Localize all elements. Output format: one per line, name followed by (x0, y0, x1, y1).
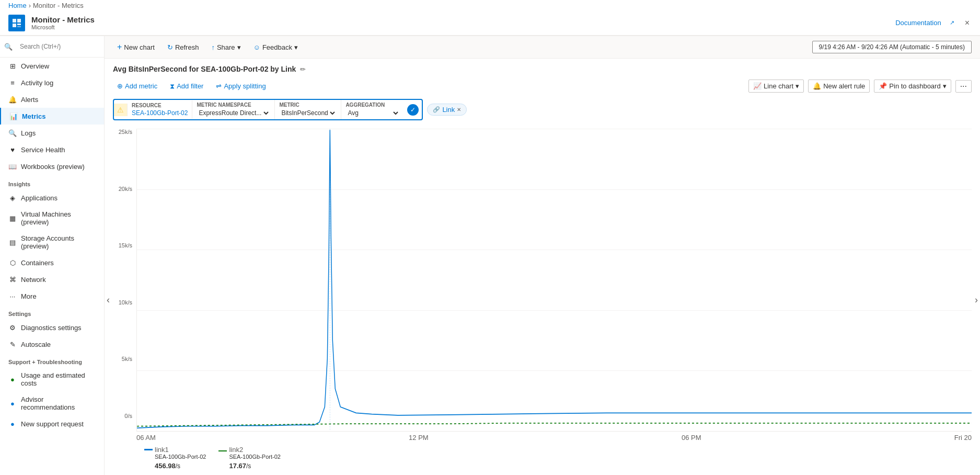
sidebar-item-activity-log[interactable]: ≡ Activity log (0, 74, 104, 91)
chart-svg (137, 129, 972, 431)
sidebar-item-more[interactable]: ··· More (0, 288, 104, 304)
close-button[interactable]: × (963, 16, 972, 30)
sidebar-item-virtual-machines[interactable]: ▦ Virtual Machines (preview) (0, 206, 104, 230)
chart-area: ‹ › 25k/s 20k/s 15k/s 10k/s 5k/s 0/s (105, 125, 980, 475)
list-icon: ≡ (8, 78, 17, 87)
chart-nav-right-button[interactable]: › (973, 292, 980, 308)
sidebar-item-diagnostics[interactable]: ⚙ Diagnostics settings (0, 319, 104, 336)
insights-section-label: Insights (0, 175, 104, 189)
sidebar-item-containers[interactable]: ⬡ Containers (0, 254, 104, 271)
metric-select[interactable]: BitsInPerSecond (279, 109, 337, 117)
sidebar-item-workbooks[interactable]: 📖 Workbooks (preview) (0, 158, 104, 175)
plus-icon: + (117, 42, 122, 52)
search-input[interactable] (16, 41, 102, 52)
share-chevron-icon: ▾ (237, 43, 241, 51)
warning-icon: ⚠ (117, 106, 124, 114)
refresh-button[interactable]: ↻ Refresh (163, 41, 203, 53)
chart-type-chevron: ▾ (795, 82, 799, 90)
chart-title-bar: Avg BitsInPerSecond for SEA-100Gb-Port-0… (105, 59, 980, 77)
share-icon: ↑ (211, 43, 215, 51)
resource-field: RESOURCE SEA-100Gb-Port-02 (128, 100, 192, 119)
legend-item-link2: link2 SEA-100Gb-Port-02 17.67/s (218, 446, 280, 471)
breadcrumb-sep: › (29, 2, 31, 9)
scale-icon: ✎ (8, 340, 17, 348)
more-options-button[interactable]: ··· (955, 80, 972, 93)
new-alert-button[interactable]: 🔔 New alert rule (808, 80, 870, 93)
chart-type-button[interactable]: 📈 Line chart ▾ (748, 80, 804, 93)
legend-color-link1 (144, 449, 153, 450)
metric-selector: ⚠ RESOURCE SEA-100Gb-Port-02 METRIC NAME… (113, 99, 423, 120)
feedback-chevron-icon: ▾ (294, 43, 298, 51)
split-icon: ⇌ (216, 82, 222, 90)
metric-selector-row: ⚠ RESOURCE SEA-100Gb-Port-02 METRIC NAME… (105, 97, 980, 125)
add-metric-button[interactable]: ⊕ Add metric (113, 80, 162, 92)
legend-resource-link1: SEA-100Gb-Port-02 (155, 454, 206, 460)
new-chart-button[interactable]: + New chart (113, 40, 159, 54)
circle-blue-icon: ● (8, 399, 17, 408)
search-icon: 🔍 (4, 43, 13, 51)
svg-rect-1 (17, 19, 21, 22)
y-label-15k: 15k/s (113, 242, 136, 248)
metric-confirm-button[interactable]: ✓ (407, 104, 419, 116)
sidebar-item-usage-costs[interactable]: ● Usage and estimated costs (0, 367, 104, 391)
link-tag-close[interactable]: ✕ (457, 107, 461, 112)
add-filter-button[interactable]: ⧗ Add filter (166, 80, 207, 93)
pin-chevron-icon: ▾ (943, 82, 947, 90)
sidebar-item-overview[interactable]: ⊞ Overview (0, 58, 104, 74)
feedback-button[interactable]: ☺ Feedback ▾ (249, 41, 302, 53)
plus-metric-icon: ⊕ (117, 82, 123, 90)
time-range-button[interactable]: 9/19 4:26 AM - 9/20 4:26 AM (Automatic -… (812, 41, 972, 53)
legend-color-link2 (218, 450, 227, 451)
share-button[interactable]: ↑ Share ▾ (207, 41, 245, 53)
pin-icon: 📌 (879, 82, 887, 90)
sidebar-item-network[interactable]: ⌘ Network (0, 271, 104, 288)
aggregation-field: AGGREGATION Avg (341, 100, 404, 119)
feedback-icon: ☺ (253, 43, 260, 51)
sidebar-item-advisor[interactable]: ● Advisor recommendations (0, 391, 104, 415)
edit-title-icon[interactable]: ✏ (300, 65, 306, 73)
sidebar-item-logs[interactable]: 🔍 Logs (0, 125, 104, 141)
svg-rect-0 (13, 19, 16, 22)
alert-bell-icon: 🔔 (813, 82, 821, 90)
aggregation-select[interactable]: Avg (345, 109, 400, 117)
sidebar-item-autoscale[interactable]: ✎ Autoscale (0, 336, 104, 353)
chart-icon: 📊 (9, 112, 18, 120)
sidebar-item-alerts[interactable]: 🔔 Alerts (0, 91, 104, 108)
apply-splitting-button[interactable]: ⇌ Apply splitting (212, 80, 270, 92)
legend-label-link2: link2 (229, 446, 243, 454)
circle-green-icon: ● (8, 375, 17, 383)
network-icon: ⌘ (8, 275, 17, 284)
diagnostics-icon: ⚙ (8, 323, 17, 332)
sidebar-item-applications[interactable]: ◈ Applications (0, 189, 104, 206)
book-icon: 📖 (8, 162, 17, 171)
vm-icon: ▦ (8, 214, 17, 222)
breadcrumb-current: Monitor - Metrics (33, 2, 84, 9)
sidebar: 🔍 « ⊞ Overview ≡ Activity log 🔔 Alerts 📊… (0, 36, 105, 475)
breadcrumb-home[interactable]: Home (8, 2, 27, 9)
documentation-link[interactable]: Documentation (895, 19, 941, 27)
support-icon: ● (8, 420, 17, 428)
x-label-06am: 06 AM (136, 434, 156, 442)
x-label-fri20: Fri 20 (954, 434, 972, 442)
warning-icon-container: ⚠ (114, 104, 128, 116)
chart-legend: link1 SEA-100Gb-Port-02 456.98/s link2 S… (113, 442, 972, 475)
app-subtitle: Microsoft (31, 24, 95, 30)
app-icon (8, 15, 25, 31)
metric-namespace-select[interactable]: ExpressRoute Direct... (197, 109, 270, 117)
storage-icon: ▤ (8, 238, 17, 246)
y-axis: 25k/s 20k/s 15k/s 10k/s 5k/s 0/s (113, 129, 136, 432)
legend-item-link1: link1 SEA-100Gb-Port-02 456.98/s (144, 446, 206, 471)
support-section-label: Support + Troubleshooting (0, 353, 104, 367)
svg-rect-2 (13, 24, 16, 27)
pin-dashboard-button[interactable]: 📌 Pin to dashboard ▾ (874, 80, 951, 93)
container-icon: ⬡ (8, 258, 17, 267)
sidebar-item-metrics[interactable]: 📊 Metrics (0, 108, 104, 125)
chart-nav-left-button[interactable]: ‹ (105, 292, 112, 308)
app-nav-icon: ◈ (8, 194, 17, 202)
resource-value[interactable]: SEA-100Gb-Port-02 (132, 109, 188, 117)
external-link-icon: ↗ (950, 19, 954, 26)
legend-value-link2: 17.67/s (229, 460, 280, 471)
sidebar-item-support[interactable]: ● New support request (0, 415, 104, 432)
sidebar-item-storage-accounts[interactable]: ▤ Storage Accounts (preview) (0, 230, 104, 254)
sidebar-item-service-health[interactable]: ♥ Service Health (0, 141, 104, 158)
